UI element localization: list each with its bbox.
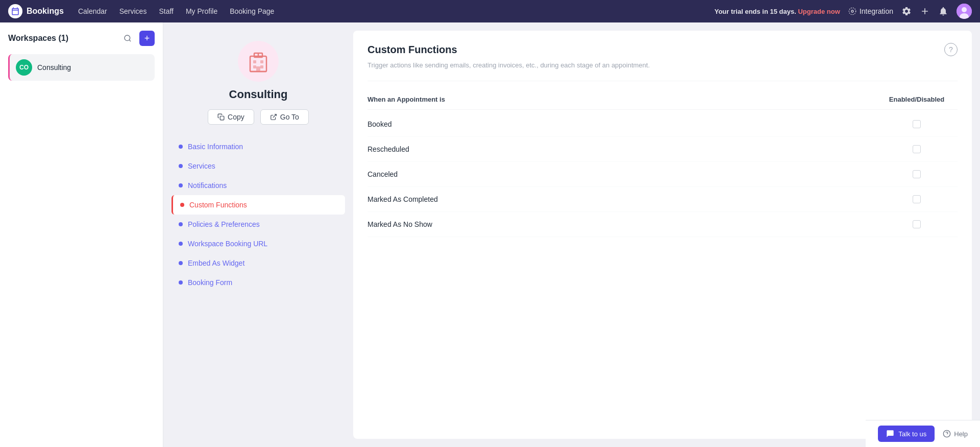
add-workspace-button[interactable]: + [139,31,155,46]
nav-item-embed-as-widget[interactable]: Embed As Widget [172,253,345,273]
right-panel: Custom Functions ? Trigger actions like … [353,31,972,439]
user-avatar[interactable] [957,4,972,19]
cf-checkbox[interactable] [913,220,921,228]
integration-button[interactable]: Integration [848,7,893,15]
svg-rect-10 [260,60,263,63]
main-layout: Workspaces (1) + CO Consulting [0,22,980,447]
cf-row: Marked As No Show [368,212,958,237]
add-icon[interactable] [920,6,930,16]
workspace-icon [238,41,279,82]
nav-item-booking-form[interactable]: Booking Form [172,273,345,292]
nav-bullet [179,183,183,187]
search-button[interactable] [120,31,135,46]
right-panel-header: Custom Functions ? [368,43,958,56]
nav-calendar[interactable]: Calendar [78,7,107,15]
svg-rect-13 [256,66,260,72]
svg-rect-9 [253,60,256,63]
cf-checkbox-cell [876,195,958,203]
workspace-btn-row: Copy Go To [208,109,309,125]
nav-list-wrapper: Basic InformationServicesNotificationsCu… [172,137,345,292]
help-icon[interactable]: ? [944,43,958,56]
nav-bullet [179,145,183,149]
cf-row-label: Rescheduled [368,145,876,153]
nav-staff[interactable]: Staff [159,7,174,15]
middle-panel: Consulting Copy Go To Basic [172,31,345,439]
right-panel-title: Custom Functions [368,44,457,56]
nav-bullet [179,280,183,285]
nav-item-notifications[interactable]: Notifications [172,176,345,195]
col-when: When an Appointment is [368,96,876,103]
cf-row-label: Booked [368,120,876,128]
upgrade-link[interactable]: Upgrade now [798,8,840,15]
svg-point-1 [849,8,855,14]
col-enabled: Enabled/Disabled [876,96,958,103]
cf-rows-container: BookedRescheduledCanceledMarked As Compl… [368,112,958,237]
nav-item-basic-information[interactable]: Basic Information [172,137,345,156]
brand-name: Bookings [27,7,64,16]
workspace-display-name: Consulting [229,88,288,101]
nav-item-label: Workspace Booking URL [188,240,267,248]
nav-bullet [179,164,183,168]
copy-button[interactable]: Copy [208,109,254,125]
nav-links: Calendar Services Staff My Profile Booki… [78,7,700,15]
nav-bullet [180,203,184,207]
nav-bullet [179,261,183,265]
nav-item-label: Booking Form [188,278,232,287]
cf-table-header: When an Appointment is Enabled/Disabled [368,96,958,110]
nav-item-label: Policies & Preferences [188,220,260,228]
cf-row: Booked [368,112,958,137]
nav-services[interactable]: Services [119,7,147,15]
cf-checkbox-cell [876,220,958,228]
trial-text: Your trial ends in 15 days. Upgrade now [715,8,840,15]
workspace-name: Consulting [37,63,71,72]
cf-row: Rescheduled [368,137,958,162]
sidebar-actions: + [120,31,155,46]
nav-item-policies-&-preferences[interactable]: Policies & Preferences [172,215,345,234]
nav-item-workspace-booking-url[interactable]: Workspace Booking URL [172,234,345,253]
bottom-bar: Talk to us Help [866,420,980,447]
cf-checkbox[interactable] [913,120,921,128]
svg-line-16 [273,114,276,117]
cf-checkbox-cell [876,120,958,128]
content-area: Consulting Copy Go To Basic [163,22,980,447]
nav-bullet [179,242,183,246]
nav-bullet [179,222,183,226]
nav-item-custom-functions[interactable]: Custom Functions [172,195,345,215]
nav-item-services[interactable]: Services [172,156,345,176]
cf-row-label: Canceled [368,170,876,178]
nav-item-label: Basic Information [188,143,243,151]
sidebar-header: Workspaces (1) + [8,31,155,46]
settings-icon[interactable] [901,6,912,16]
sidebar: Workspaces (1) + CO Consulting [0,22,163,447]
sidebar-title: Workspaces (1) [8,34,68,43]
nav-item-label: Notifications [188,181,227,190]
nav-myprofile[interactable]: My Profile [186,7,217,15]
svg-rect-15 [220,116,224,120]
help-button[interactable]: Help [943,430,968,438]
cf-checkbox-cell [876,170,958,178]
nav-bookingpage[interactable]: Booking Page [230,7,274,15]
right-panel-description: Trigger actions like sending emails, cre… [368,60,958,81]
brand-logo[interactable]: Bookings [8,4,64,18]
workspace-item[interactable]: CO Consulting [8,54,155,81]
workspace-avatar: CO [16,59,32,76]
cf-checkbox[interactable] [913,170,921,178]
svg-rect-11 [253,65,256,68]
svg-point-0 [851,10,853,12]
cf-row: Canceled [368,162,958,187]
nav-right: Your trial ends in 15 days. Upgrade now … [715,4,972,19]
nav-list: Basic InformationServicesNotificationsCu… [172,137,345,292]
cf-checkbox[interactable] [913,145,921,153]
cf-checkbox[interactable] [913,195,921,203]
top-navigation: Bookings Calendar Services Staff My Prof… [0,0,980,22]
cf-row-label: Marked As No Show [368,220,876,228]
goto-button[interactable]: Go To [260,109,309,125]
cf-checkbox-cell [876,145,958,153]
cf-row: Marked As Completed [368,187,958,212]
talk-to-us-button[interactable]: Talk to us [878,426,935,442]
cf-row-label: Marked As Completed [368,195,876,203]
svg-point-3 [962,7,967,12]
brand-icon [8,4,22,18]
notification-icon[interactable] [938,6,948,16]
svg-rect-12 [260,65,263,68]
